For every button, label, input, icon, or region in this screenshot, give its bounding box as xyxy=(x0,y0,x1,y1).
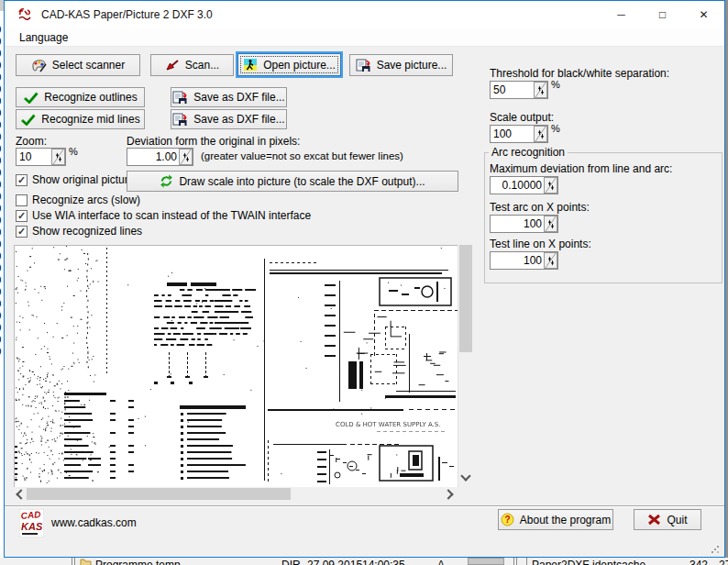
max-deviation-spinner[interactable] xyxy=(544,177,557,194)
threshold-spin-edit xyxy=(490,81,548,99)
titlebar[interactable]: CAD-KAS Paper/Picture 2 DXF 3.0 ─ □ ✕ xyxy=(5,1,724,28)
scale-output-unit: % xyxy=(551,123,560,134)
zoom-spinner[interactable] xyxy=(51,149,65,165)
deviation-spinner[interactable] xyxy=(179,149,193,165)
check-icon xyxy=(23,92,39,104)
arc-group-title: Arc recognition xyxy=(489,146,568,159)
threshold-label: Threshold for black/white separation: xyxy=(490,67,669,80)
threshold-input[interactable] xyxy=(491,82,534,98)
logo-text-1: CAD xyxy=(20,509,41,521)
cadkas-logo[interactable]: CAD KAS xyxy=(19,509,44,537)
max-deviation-label: Maximum deviation from line and arc: xyxy=(490,162,672,175)
checkbox-box: ✓ xyxy=(16,226,28,238)
checkbox-box: ✓ xyxy=(16,174,28,186)
website-link[interactable]: www.cadkas.com xyxy=(51,516,137,529)
test-line-spinner[interactable] xyxy=(544,252,557,269)
checkbox-box: ✓ xyxy=(16,210,28,222)
open-picture-icon xyxy=(243,58,258,72)
save-dxf-mid-button[interactable]: Save as DXF file... xyxy=(171,109,287,129)
test-arc-input[interactable] xyxy=(491,216,544,232)
open-picture-button[interactable]: Open picture... xyxy=(237,53,341,76)
refresh-icon xyxy=(160,174,173,188)
recognize-mid-lines-button[interactable]: Recognize mid lines xyxy=(16,109,145,129)
quit-button[interactable]: Quit xyxy=(634,509,701,530)
draw-scale-button[interactable]: Draw scale into picture (to scale the DX… xyxy=(127,171,458,192)
quit-label: Quit xyxy=(667,514,687,526)
file-time: 14:00:35 xyxy=(362,559,405,565)
resize-grip[interactable] xyxy=(711,545,720,554)
scan-arrow-icon xyxy=(165,59,180,72)
deviation-spin-edit xyxy=(127,148,193,166)
vertical-scrollbar[interactable] xyxy=(458,245,472,487)
screen: 0000000000000000000000000000 Programme t… xyxy=(0,0,728,565)
save-dxf-outlines-label: Save as DXF file... xyxy=(193,91,284,104)
picture-preview xyxy=(14,245,472,501)
file-date: 27.09.2015 xyxy=(307,559,362,565)
test-line-label: Test line on X points: xyxy=(490,238,591,250)
zoom-spin-edit xyxy=(16,148,66,166)
file-name-right[interactable]: Paper2DXF identcache xyxy=(532,559,645,565)
save-picture-button[interactable]: Save picture... xyxy=(349,54,453,76)
scroll-down-icon[interactable] xyxy=(460,471,470,481)
close-button[interactable]: ✕ xyxy=(683,1,724,28)
file-type: DIR xyxy=(281,559,301,565)
file-size: 342 xyxy=(689,559,708,565)
scale-output-input[interactable] xyxy=(491,126,534,142)
deviation-hint: (greater value=not so excat but fewer li… xyxy=(201,150,403,161)
select-scanner-button[interactable]: Select scanner xyxy=(16,54,140,76)
threshold-unit: % xyxy=(551,79,560,90)
scroll-left-icon[interactable] xyxy=(16,489,26,499)
file-manager-separator xyxy=(74,558,75,565)
file-manager-separator xyxy=(516,558,517,565)
horizontal-scrollbar[interactable] xyxy=(14,487,458,501)
file-attr: A xyxy=(437,559,445,565)
footer-divider xyxy=(5,505,724,507)
checkbox-label: Recognize arcs (slow) xyxy=(32,194,140,206)
logo-text-2: KAS xyxy=(21,521,43,532)
file-size-2: 27 xyxy=(719,559,728,565)
test-arc-spinner[interactable] xyxy=(544,216,557,232)
max-deviation-input[interactable] xyxy=(491,177,544,194)
checkbox-box xyxy=(16,194,28,206)
select-scanner-label: Select scanner xyxy=(52,59,125,72)
checkbox-recognize-arcs[interactable]: Recognize arcs (slow) xyxy=(16,194,140,206)
background-file-manager: Programme temp DIR 27.09.2015 14:00:35 A… xyxy=(0,558,728,565)
about-button[interactable]: ? About the program xyxy=(498,509,613,530)
scroll-right-icon[interactable] xyxy=(443,489,453,499)
checkbox-show-original[interactable]: ✓ Show original picture xyxy=(16,173,134,186)
save-dxf-icon xyxy=(172,91,188,105)
test-line-spin-edit xyxy=(490,251,558,270)
zoom-input[interactable] xyxy=(17,149,51,165)
checkbox-wia-interface[interactable]: ✓ Use WIA interface to scan instead of t… xyxy=(16,209,311,222)
file-manager-scrollbar-piece[interactable] xyxy=(468,558,504,565)
window-title: CAD-KAS Paper/Picture 2 DXF 3.0 xyxy=(41,8,213,21)
zoom-label: Zoom: xyxy=(16,135,47,148)
deviation-input[interactable] xyxy=(127,149,179,165)
file-name-left[interactable]: Programme temp xyxy=(95,559,181,565)
deviation-label: Deviation form the original in pixels: xyxy=(127,135,300,148)
save-dxf-mid-label: Save as DXF file... xyxy=(193,113,284,126)
scan-button[interactable]: Scan... xyxy=(150,54,234,76)
horizontal-scrollbar-thumb[interactable] xyxy=(27,488,291,500)
minimize-button[interactable]: ─ xyxy=(601,1,642,28)
threshold-spinner[interactable] xyxy=(534,82,547,98)
check-icon xyxy=(20,114,36,126)
save-dxf-outlines-button[interactable]: Save as DXF file... xyxy=(171,87,287,107)
question-icon: ? xyxy=(501,513,514,526)
recognize-mid-lines-label: Recognize mid lines xyxy=(41,113,139,126)
checkbox-show-recognized-lines[interactable]: ✓ Show recognized lines xyxy=(16,225,142,238)
menu-language[interactable]: Language xyxy=(16,30,72,45)
save-picture-label: Save picture... xyxy=(377,59,447,72)
test-line-input[interactable] xyxy=(491,252,544,269)
vertical-scrollbar-thumb[interactable] xyxy=(459,245,472,352)
max-deviation-spin-edit xyxy=(490,176,558,194)
scale-output-label: Scale output: xyxy=(490,111,554,124)
recognize-outlines-label: Recognize outlines xyxy=(44,91,137,104)
checkbox-label: Use WIA interface to scan instead of the… xyxy=(32,209,311,222)
scan-preview-image[interactable] xyxy=(14,245,458,488)
open-picture-label: Open picture... xyxy=(263,59,336,72)
scale-output-spin-edit xyxy=(490,125,548,143)
recognize-outlines-button[interactable]: Recognize outlines xyxy=(16,87,145,107)
maximize-button[interactable]: □ xyxy=(642,1,683,28)
scale-output-spinner[interactable] xyxy=(534,126,547,142)
